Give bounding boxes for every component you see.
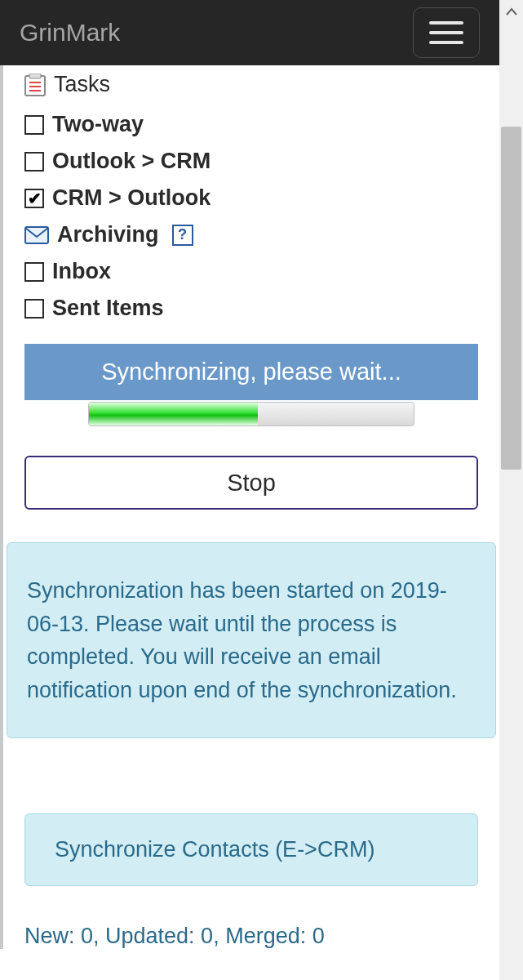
hamburger-menu-button[interactable] — [413, 7, 480, 58]
section-tasks: Tasks — [24, 72, 478, 97]
mail-icon — [24, 226, 49, 244]
sync-job-panel: Synchronize Contacts (E->CRM) — [24, 813, 478, 886]
svg-rect-1 — [29, 74, 41, 78]
checkbox-inbox[interactable] — [24, 262, 44, 282]
checkbox-sent-items[interactable] — [24, 299, 44, 318]
scroll-up-button[interactable] — [499, 0, 523, 23]
sync-info-panel: Synchronization has been started on 2019… — [7, 542, 496, 738]
option-outlook-to-crm[interactable]: Outlook > CRM — [24, 149, 478, 174]
sync-progress-bar — [88, 402, 414, 426]
stop-button[interactable]: Stop — [24, 456, 478, 510]
checkbox-two-way[interactable] — [24, 115, 44, 135]
option-sent-items[interactable]: Sent Items — [24, 296, 478, 321]
option-inbox[interactable]: Inbox — [24, 259, 478, 284]
svg-rect-5 — [25, 227, 48, 243]
section-archiving: Archiving ? — [24, 222, 478, 247]
brand-title[interactable]: GrinMark — [20, 19, 120, 47]
option-two-way[interactable]: Two-way — [24, 112, 478, 137]
section-tasks-label: Tasks — [54, 72, 110, 97]
sync-job-title: Synchronize Contacts (E->CRM) — [55, 837, 375, 862]
scroll-thumb[interactable] — [501, 127, 521, 470]
option-sent-items-label: Sent Items — [52, 296, 164, 321]
option-two-way-label: Two-way — [52, 112, 144, 137]
option-inbox-label: Inbox — [52, 259, 111, 284]
option-crm-to-outlook-label: CRM > Outlook — [52, 185, 211, 211]
option-crm-to-outlook[interactable]: ✔ CRM > Outlook — [24, 185, 478, 211]
help-icon[interactable]: ? — [172, 225, 193, 246]
vertical-scrollbar[interactable] — [499, 0, 523, 980]
tasks-icon — [24, 74, 46, 96]
sync-status-banner: Synchronizing, please wait... — [24, 344, 478, 400]
navbar: GrinMark — [0, 0, 499, 65]
checkbox-crm-to-outlook[interactable]: ✔ — [24, 189, 44, 208]
option-outlook-to-crm-label: Outlook > CRM — [52, 149, 211, 174]
sync-counts: New: 0, Updated: 0, Merged: 0 — [24, 924, 478, 949]
section-archiving-label: Archiving — [57, 222, 159, 247]
checkbox-outlook-to-crm[interactable] — [24, 152, 44, 172]
